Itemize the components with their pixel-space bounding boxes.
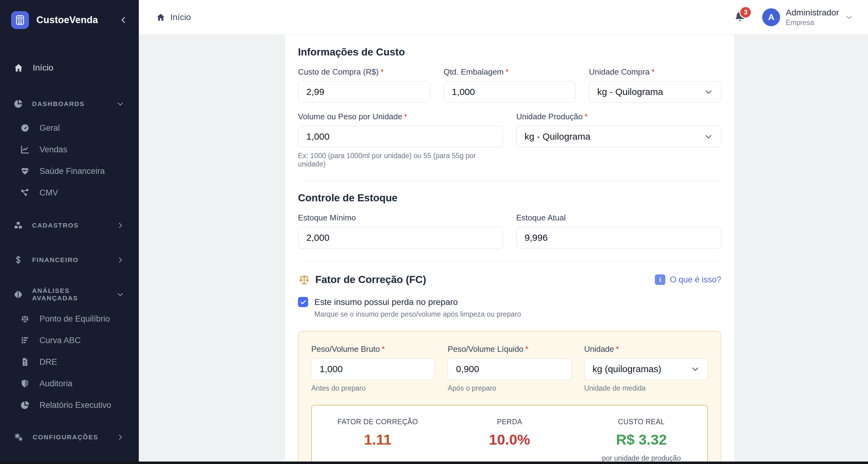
chart-line-icon — [20, 145, 30, 154]
result-custo-real: CUSTO REAL R$ 3.32 por unidade de produç… — [576, 418, 707, 462]
result-value: 1.11 — [312, 431, 443, 448]
sidebar-section-label: CONFIGURAÇÕES — [33, 433, 98, 441]
heart-pulse-icon — [20, 166, 30, 176]
select-value: kg - Quilograma — [597, 87, 663, 97]
sidebar-item-auditoria[interactable]: Auditoria — [0, 373, 139, 394]
peso-bruto-input[interactable] — [311, 358, 435, 380]
field-label: Custo de Compra (R$)* — [298, 67, 430, 77]
field-label: Peso/Volume Bruto* — [311, 344, 435, 354]
field-label: Unidade* — [584, 344, 708, 354]
required-marker: * — [616, 344, 619, 354]
dashboards-sublist: Geral Vendas Saúde Financeira CMV — [0, 117, 139, 203]
home-icon — [156, 13, 165, 22]
breadcrumb[interactable]: Início — [156, 12, 191, 22]
sidebar-section-label: DASHBOARDS — [32, 100, 85, 108]
fc-panel: Peso/Volume Bruto* Antes do preparo Peso… — [298, 331, 721, 462]
cost-row-1: Custo de Compra (R$)* Qtd. Embalagem* Un… — [298, 67, 721, 103]
sidebar-item-label: Vendas — [39, 145, 67, 155]
field-volume-peso: Volume ou Peso por Unidade* Ex: 1000 (pa… — [298, 112, 503, 168]
sidebar-item-inicio[interactable]: Início — [0, 57, 139, 78]
sidebar-item-label: Saúde Financeira — [39, 166, 105, 176]
sidebar-collapse-button[interactable] — [119, 16, 128, 24]
notifications-button[interactable]: 3 — [734, 11, 746, 24]
perda-checkbox-row[interactable]: Este insumo possui perda no preparo — [298, 297, 721, 307]
fc-unidade-select[interactable]: kg (quilogramas) — [584, 358, 708, 380]
top-header: Início 3 A Administrador Empresa — [139, 0, 868, 35]
fc-section-header: Fator de Correção (FC) i O que é isso? — [298, 273, 721, 286]
chevron-left-icon — [119, 16, 128, 24]
unidade-compra-select[interactable]: kg - Quilograma — [589, 81, 721, 103]
sidebar-item-saude-financeira[interactable]: Saúde Financeira — [0, 160, 139, 182]
sidebar-item-curva-abc[interactable]: Curva ABC — [0, 330, 139, 351]
form-card: Informações de Custo Custo de Compra (R$… — [285, 35, 734, 462]
fc-section-title: Fator de Correção (FC) — [315, 274, 426, 286]
sidebar-section-analises-avancadas[interactable]: ANÁLISES AVANÇADAS — [0, 284, 139, 305]
sidebar-item-dre[interactable]: $ DRE — [0, 351, 139, 373]
sidebar-item-label: CMV — [39, 188, 58, 198]
sidebar-item-ponto-de-equilibrio[interactable]: Ponto de Equilíbrio — [0, 308, 139, 330]
unidade-producao-select[interactable]: kg - Quilograma — [516, 126, 721, 147]
field-peso-liquido: Peso/Volume Líquido* Após o preparo — [447, 344, 571, 393]
field-label: Peso/Volume Líquido* — [447, 344, 571, 354]
sidebar-item-geral[interactable]: Geral — [0, 117, 139, 139]
fc-unidade-hint: Unidade de medida — [584, 384, 708, 393]
field-qtd-embalagem: Qtd. Embalagem* — [443, 67, 576, 103]
select-value: kg - Quilograma — [525, 131, 590, 142]
field-label: Volume ou Peso por Unidade* — [298, 112, 503, 122]
checkbox-checked-icon[interactable] — [298, 297, 308, 307]
stock-row: Estoque Mínimo Estoque Atual — [298, 213, 721, 248]
chevron-down-icon — [704, 88, 713, 96]
sidebar-section-configuracoes[interactable]: CONFIGURAÇÕES — [0, 426, 139, 448]
field-label: Qtd. Embalagem* — [443, 67, 576, 77]
custo-compra-input[interactable] — [298, 81, 430, 103]
field-peso-bruto: Peso/Volume Bruto* Antes do preparo — [311, 344, 435, 393]
sidebar-item-relatorio-executivo[interactable]: Relatório Executivo — [0, 394, 139, 416]
window-bottom-edge — [0, 462, 868, 464]
sidebar-item-vendas[interactable]: Vendas — [0, 139, 139, 160]
field-label: Estoque Mínimo — [298, 213, 503, 223]
sidebar-section-cadastros[interactable]: CADASTROS — [0, 214, 139, 236]
balance-scale-icon — [298, 273, 310, 286]
volume-peso-input[interactable] — [298, 126, 503, 147]
field-fc-unidade: Unidade* kg (quilogramas) Unidade de med… — [584, 344, 708, 393]
chevron-down-icon — [117, 100, 124, 108]
result-fator-correcao: FATOR DE CORREÇÃO 1.11 — [312, 418, 443, 462]
estoque-atual-input[interactable] — [516, 227, 721, 248]
home-icon — [13, 63, 24, 73]
volume-peso-hint: Ex: 1000 (para 1000ml por unidade) ou 55… — [298, 152, 503, 168]
breadcrumb-label: Início — [170, 12, 191, 22]
sidebar-item-cmv[interactable]: CMV — [0, 182, 139, 203]
sidebar-item-label: Auditoria — [39, 379, 72, 389]
sidebar-section-dashboards[interactable]: DASHBOARDS — [0, 93, 139, 115]
chevron-down-icon[interactable] — [845, 13, 853, 21]
shield-icon — [20, 379, 30, 388]
sidebar-section-financeiro[interactable]: FINANCEIRO — [0, 249, 139, 271]
qtd-embalagem-input[interactable] — [443, 81, 576, 103]
fc-help-link[interactable]: i O que é isso? — [655, 274, 721, 285]
chevron-down-icon — [117, 291, 124, 298]
peso-liquido-input[interactable] — [447, 358, 571, 380]
sidebar-item-label: Relatório Executivo — [39, 400, 111, 410]
sidebar-item-label: Curva ABC — [39, 336, 81, 345]
required-marker: * — [585, 112, 588, 121]
perda-checkbox-label: Este insumo possui perda no preparo — [314, 297, 458, 307]
select-value: kg (quilogramas) — [593, 364, 661, 374]
estoque-minimo-input[interactable] — [298, 227, 503, 248]
result-label: PERDA — [443, 418, 575, 426]
chevron-right-icon — [117, 256, 124, 264]
result-label: FATOR DE CORREÇÃO — [312, 418, 443, 426]
user-info[interactable]: Administrador Empresa — [786, 7, 839, 27]
required-marker: * — [382, 344, 385, 354]
svg-text:$: $ — [24, 362, 26, 365]
field-unidade-producao: Unidade Produção* kg - Quilograma — [516, 112, 721, 168]
required-marker: * — [404, 112, 407, 121]
share-nodes-icon — [20, 188, 30, 197]
pie-slice-icon — [20, 400, 30, 410]
calculator-icon — [15, 15, 25, 25]
avatar[interactable]: A — [762, 8, 780, 26]
cost-row-2: Volume ou Peso por Unidade* Ex: 1000 (pa… — [298, 112, 721, 168]
pie-chart-icon — [13, 99, 23, 108]
result-perda: PERDA 10.0% — [443, 418, 575, 462]
sidebar-item-label: Geral — [39, 123, 60, 133]
sidebar-section-label: CADASTROS — [32, 222, 79, 229]
